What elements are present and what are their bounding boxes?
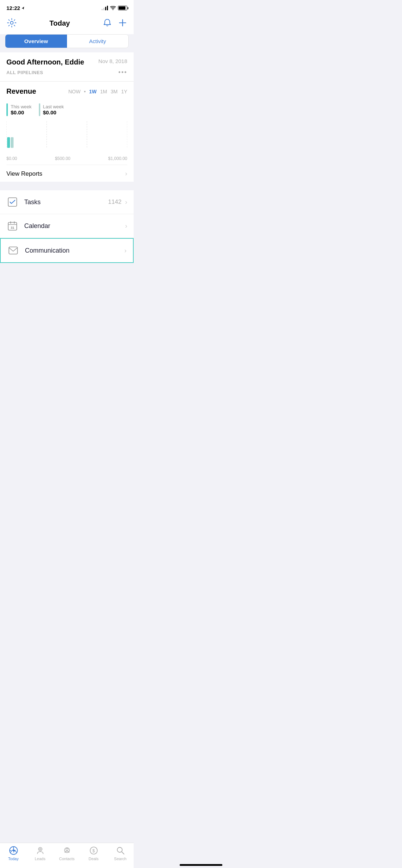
last-week-legend: Last week $0.00 — [39, 103, 64, 116]
greeting-card: Good Afternoon, Eddie Nov 8, 2018 ALL PI… — [0, 52, 134, 81]
calendar-label: Calendar — [24, 222, 50, 230]
status-time: 12:22 — [6, 5, 25, 11]
nav-header: Today — [0, 14, 134, 34]
nav-action-icons — [102, 18, 127, 29]
wifi-icon — [110, 6, 116, 10]
tasks-label: Tasks — [24, 198, 41, 206]
tab-activity[interactable]: Activity — [67, 35, 129, 48]
view-reports-text: View Reports — [6, 170, 42, 177]
last-week-label: Last week — [43, 104, 64, 109]
tasks-chevron: › — [125, 198, 127, 206]
settings-button[interactable] — [6, 17, 17, 29]
time-filters: NOW 1W 1M 3M 1Y — [68, 89, 127, 94]
svg-point-0 — [10, 21, 13, 24]
revenue-title: Revenue — [6, 87, 36, 95]
battery-icon — [118, 6, 127, 10]
tasks-right: 1142 › — [108, 198, 127, 206]
view-reports-chevron: › — [125, 170, 127, 177]
notifications-button[interactable] — [102, 18, 112, 29]
svg-rect-13 — [9, 247, 17, 254]
signal-strength-icon — [102, 6, 108, 10]
pipeline-options-button[interactable]: ••• — [118, 69, 127, 76]
view-reports-row[interactable]: View Reports › — [6, 165, 127, 178]
revenue-chart: This week $0.00 Last week $0.00 — [6, 100, 127, 162]
calendar-chevron: › — [125, 222, 127, 230]
axis-label-500: $500.00 — [55, 156, 70, 161]
communication-label: Communication — [25, 247, 69, 254]
communication-item[interactable]: Communication › — [0, 238, 134, 263]
tab-overview[interactable]: Overview — [5, 35, 67, 48]
status-bar: 12:22 — [0, 0, 134, 14]
tasks-item-left: Tasks — [6, 196, 41, 208]
page-title: Today — [50, 19, 70, 27]
axis-label-0: $0.00 — [6, 156, 17, 161]
communication-item-left: Communication — [7, 244, 69, 257]
filter-1m[interactable]: 1M — [100, 89, 107, 94]
this-week-value: $0.00 — [11, 109, 32, 115]
filter-1y[interactable]: 1Y — [121, 89, 127, 94]
tasks-item[interactable]: Tasks 1142 › — [0, 190, 134, 214]
view-tabs: Overview Activity — [5, 34, 129, 48]
tasks-count: 1142 — [108, 198, 122, 206]
svg-rect-5 — [7, 137, 10, 148]
status-icons — [102, 6, 127, 10]
svg-rect-6 — [11, 137, 14, 148]
last-week-value: $0.00 — [43, 109, 64, 115]
revenue-chart-svg — [6, 121, 127, 155]
add-button[interactable] — [118, 18, 127, 29]
calendar-item[interactable]: 31 Calendar › — [0, 214, 134, 238]
quick-actions-list: Tasks 1142 › 31 Calendar — [0, 190, 134, 263]
filter-separator — [84, 91, 86, 92]
greeting-text: Good Afternoon, Eddie — [6, 58, 84, 66]
filter-3m[interactable]: 3M — [110, 89, 117, 94]
location-icon — [21, 6, 25, 10]
pipelines-label: ALL PIPELINES — [6, 70, 43, 75]
axis-label-1000: $1,000.00 — [108, 156, 127, 161]
this-week-legend: This week $0.00 — [6, 103, 32, 116]
communication-icon — [7, 244, 19, 257]
tasks-icon — [6, 196, 19, 208]
communication-chevron: › — [124, 247, 127, 254]
chart-axis: $0.00 $500.00 $1,000.00 — [6, 155, 127, 162]
calendar-icon: 31 — [6, 220, 19, 232]
calendar-item-left: 31 Calendar — [6, 220, 50, 232]
date-text: Nov 8, 2018 — [98, 58, 127, 64]
this-week-label: This week — [11, 104, 32, 109]
communication-right: › — [124, 247, 127, 254]
svg-text:31: 31 — [11, 226, 14, 229]
filter-1w[interactable]: 1W — [89, 89, 97, 94]
revenue-section: Revenue NOW 1W 1M 3M 1Y This week $0.00 — [0, 82, 134, 182]
calendar-right: › — [125, 222, 127, 230]
filter-now[interactable]: NOW — [68, 89, 81, 94]
